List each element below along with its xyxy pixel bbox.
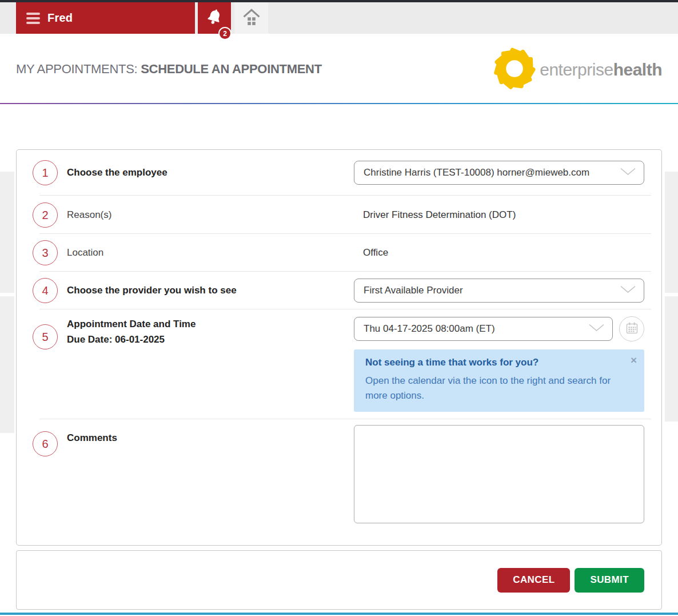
- datetime-select[interactable]: Thu 04-17-2025 08:00am (ET): [354, 317, 613, 341]
- step-3-number: 3: [33, 240, 58, 265]
- cancel-button[interactable]: CANCEL: [497, 568, 570, 593]
- calendar-icon: [626, 322, 638, 336]
- notice-body: Open the calendar via the icon to the ri…: [365, 373, 615, 403]
- hamburger-icon: [26, 13, 40, 24]
- step-4-number: 4: [33, 278, 58, 303]
- chevron-down-icon: [620, 285, 636, 296]
- open-calendar-button[interactable]: [619, 316, 644, 341]
- step-1-label: Choose the employee: [67, 167, 354, 178]
- appointment-form-card: 1 Choose the employee Christine Harris (…: [16, 149, 662, 546]
- step-1-number: 1: [33, 160, 58, 185]
- background-band: [665, 172, 678, 293]
- sunflower-logo-icon: [493, 47, 536, 93]
- home-button[interactable]: [234, 2, 268, 34]
- step-6-number: 6: [33, 431, 58, 456]
- form-step-datetime: 5 Appointment Date and Time Due Date: 06…: [17, 309, 661, 419]
- step-2-label: Reason(s): [67, 209, 354, 221]
- background-band: [0, 296, 14, 433]
- page-title-prefix: MY APPOINTMENTS:: [16, 62, 141, 76]
- provider-select-value: First Available Provider: [364, 285, 463, 296]
- logo-word-enterprise: enterprise: [540, 60, 613, 79]
- comments-textarea[interactable]: [354, 425, 644, 523]
- bottom-accent-bar: [0, 613, 678, 615]
- reasons-value: Driver Fitness Determination (DOT): [354, 209, 644, 221]
- form-step-reasons: 2 Reason(s) Driver Fitness Determination…: [17, 196, 661, 234]
- submit-button[interactable]: SUBMIT: [575, 568, 644, 593]
- enterprise-health-logo: enterprisehealth: [493, 47, 662, 93]
- chevron-down-icon: [589, 324, 604, 334]
- form-step-location: 3 Location Office: [17, 234, 661, 272]
- form-step-provider: 4 Choose the provider you wish to see Fi…: [17, 272, 661, 309]
- employee-select-value: Christine Harris (TEST-10008) horner@mie…: [364, 167, 589, 178]
- form-action-bar: CANCEL SUBMIT: [16, 550, 662, 610]
- form-step-comments: 6 Comments: [17, 419, 661, 545]
- step-3-label: Location: [67, 247, 354, 259]
- page-title: MY APPOINTMENTS: SCHEDULE AN APPOINTMENT: [16, 62, 322, 77]
- main-menu-button[interactable]: Fred: [16, 2, 195, 34]
- user-name: Fred: [47, 11, 73, 25]
- form-step-employee: 1 Choose the employee Christine Harris (…: [17, 150, 661, 196]
- step-2-number: 2: [33, 202, 58, 228]
- header-divider-gradient: [0, 103, 678, 104]
- location-value: Office: [354, 247, 644, 259]
- header-bar: Fred: [0, 2, 678, 34]
- chevron-down-icon: [620, 168, 636, 178]
- due-date-label: Due Date: 06-01-2025: [67, 334, 354, 345]
- employee-select[interactable]: Christine Harris (TEST-10008) horner@mie…: [354, 161, 644, 185]
- notice-title: Not seeing a time that works for you?: [365, 357, 635, 368]
- notification-bell-icon: [205, 8, 224, 29]
- step-5-number: 5: [33, 324, 58, 349]
- background-band: [665, 296, 678, 422]
- close-icon[interactable]: ×: [631, 355, 637, 365]
- step-6-label: Comments: [67, 432, 354, 444]
- notification-count-badge[interactable]: 2: [218, 27, 232, 40]
- step-4-label: Choose the provider you wish to see: [67, 285, 354, 296]
- datetime-select-value: Thu 04-17-2025 08:00am (ET): [364, 323, 495, 335]
- background-band: [0, 172, 14, 293]
- time-notice-box: Not seeing a time that works for you? Op…: [354, 349, 644, 412]
- logo-word-health: health: [613, 60, 662, 79]
- page-title-main: SCHEDULE AN APPOINTMENT: [141, 62, 322, 76]
- logo-wordmark: enterprisehealth: [540, 60, 662, 80]
- step-5-label: Appointment Date and Time: [67, 319, 354, 330]
- home-icon: [242, 7, 261, 29]
- provider-select[interactable]: First Available Provider: [354, 279, 644, 303]
